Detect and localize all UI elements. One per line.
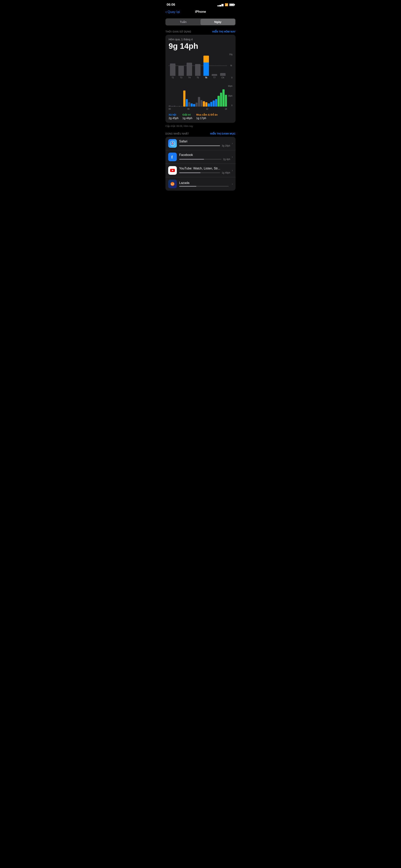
svg-text:f: f [171, 155, 173, 159]
app-info-youtube: YouTube: Watch, Listen, Str... 1g 48ph [179, 167, 230, 174]
weekly-bars-container: T2 T3 T4 T5 [169, 53, 227, 79]
segment-control: Tuần Ngày [165, 19, 236, 26]
battery-icon [229, 3, 234, 6]
back-chevron-icon: ‹ [165, 9, 167, 14]
bar-label-t5: T5 [197, 76, 199, 79]
hourly-x-00: 00 [169, 108, 171, 110]
legend-entertainment: Giải trí 1g 48ph [182, 113, 193, 120]
app-info-facebook: Facebook 2g 4ph [179, 153, 230, 161]
usage-section-label: THỜI GIAN SỬ DỤNG [165, 30, 191, 33]
bar-label-t4: T4 [188, 76, 191, 79]
segment-day[interactable]: Ngày [201, 19, 235, 25]
app-row-facebook[interactable]: f Facebook 2g 4ph › [165, 150, 236, 164]
legend-social: Xã hội 2g 45ph [169, 113, 178, 120]
app-name-youtube: YouTube: Watch, Listen, Str... [179, 167, 230, 170]
weekly-chart: tb T2 T3 T4 [169, 53, 232, 83]
bar-t6: T6 [202, 53, 210, 79]
legend-entertainment-value: 1g 48ph [182, 117, 193, 120]
app-chevron-safari: › [232, 142, 233, 145]
legend-entertainment-label: Giải trí [182, 113, 193, 116]
hourly-x-labels: 00 06 12 18 [169, 108, 227, 110]
signal-icon: ▂▄▆ [218, 3, 224, 6]
app-info-safari: Safari 3g 28ph [179, 140, 230, 147]
svg-text:LZ: LZ [171, 183, 174, 186]
app-bar-fill-safari [179, 145, 220, 146]
page-title: iPhone [195, 10, 206, 14]
back-label: Quay lại [168, 10, 180, 14]
bar-label-cn: CN [222, 76, 224, 79]
app-bar-lazada [179, 186, 230, 187]
legend-shopping-value: 1g 17ph [196, 117, 218, 120]
most-used-action[interactable]: HIỂN THỊ DANH MỤC [210, 132, 236, 135]
status-icons: ▂▄▆ 📶 [218, 3, 234, 6]
hourly-y-30: 30ph [228, 95, 232, 97]
app-name-safari: Safari [179, 140, 230, 143]
legend-social-label: Xã hội [169, 113, 178, 116]
bar-t5: T5 [194, 53, 202, 79]
legend-shopping: Mua sắm & Đồ ăn 1g 17ph [196, 113, 218, 120]
hourly-y-labels: 60ph 30ph 0 [228, 85, 232, 106]
chart-card: Hôm qua, 1 tháng 4 9g 14ph tb T2 T3 [165, 35, 236, 123]
most-used-section-header: DÙNG NHIỀU NHẤT HIỂN THỊ DANH MỤC [162, 131, 239, 137]
app-bar-facebook: 2g 4ph [179, 158, 230, 161]
app-time-safari: 3g 28ph [222, 144, 230, 147]
app-row-youtube[interactable]: YouTube: Watch, Listen, Str... 1g 48ph › [165, 164, 236, 177]
most-used-label: DÙNG NHIỀU NHẤT [165, 132, 189, 135]
app-row-safari[interactable]: Safari 3g 28ph › [165, 137, 236, 150]
app-bar-bg-youtube [179, 173, 220, 173]
app-chevron-lazada: › [232, 182, 233, 186]
app-bar-youtube: 1g 48ph [179, 172, 230, 174]
bar-label-t6: T6 [205, 76, 207, 79]
bar-t3: T3 [177, 53, 186, 79]
app-time-facebook: 2g 4ph [223, 158, 230, 161]
app-bar-bg-facebook [179, 159, 222, 160]
app-bar-fill-facebook [179, 159, 204, 160]
app-icon-lazada: LZ [168, 180, 177, 188]
app-time-youtube: 1g 48ph [222, 172, 230, 174]
app-icon-safari [168, 139, 177, 148]
segment-week[interactable]: Tuần [166, 19, 201, 25]
bar-t2: T2 [169, 53, 177, 79]
usage-section-header: THỜI GIAN SỬ DỤNG HIỂN THỊ HÔM NAY [162, 29, 239, 35]
hourly-y-0: 0 [231, 104, 232, 106]
legend-social-value: 2g 45ph [169, 117, 178, 120]
app-bar-bg-lazada [179, 186, 229, 187]
app-bar-bg-safari [179, 145, 220, 146]
app-bar-fill-youtube [179, 173, 201, 173]
app-row-lazada[interactable]: LZ Lazada › [165, 177, 236, 191]
status-bar: 06:06 ▂▄▆ 📶 [162, 0, 239, 8]
app-list: Safari 3g 28ph › f Facebook 2g 4ph [165, 137, 236, 191]
usage-section-action[interactable]: HIỂN THỊ HÔM NAY [212, 30, 236, 33]
bar-label-t2: T2 [171, 76, 174, 79]
wifi-icon: 📶 [225, 3, 228, 6]
app-name-facebook: Facebook [179, 153, 230, 157]
bar-t7: T7 [210, 53, 219, 79]
app-bar-safari: 3g 28ph [179, 144, 230, 147]
header: ‹ Quay lại iPhone [162, 8, 239, 17]
y-label-0: 0 [231, 76, 232, 79]
hourly-chart: 60ph 30ph 0 [169, 85, 232, 111]
y-label-10g: 10g [229, 53, 232, 56]
segment-wrapper: Tuần Ngày [162, 17, 239, 29]
chart-total: 9g 14ph [169, 42, 232, 51]
app-chevron-youtube: › [232, 169, 233, 172]
hourly-bars-container [169, 85, 227, 106]
app-info-lazada: Lazada [179, 181, 230, 187]
hourly-y-60: 60ph [228, 85, 232, 87]
chart-date: Hôm qua, 1 tháng 4 [169, 38, 232, 41]
status-time: 06:06 [167, 3, 175, 7]
update-text: Cập nhật: 06:06, Hôm nay [162, 123, 239, 131]
legend-shopping-label: Mua sắm & Đồ ăn [196, 113, 218, 116]
weekly-y-labels: 10g 0 [229, 53, 232, 79]
app-bar-fill-lazada [179, 186, 196, 187]
app-icon-youtube [168, 166, 177, 175]
hourly-x-06: 06 [188, 108, 190, 110]
hourly-x-12: 12 [206, 108, 208, 110]
bar-cn: CN [219, 53, 227, 79]
hourly-x-18: 18 [225, 108, 227, 110]
app-chevron-facebook: › [232, 155, 233, 159]
bar-label-t7: T7 [213, 76, 215, 79]
bar-label-t3: T3 [180, 76, 182, 79]
app-icon-facebook: f [168, 153, 177, 161]
back-button[interactable]: ‹ Quay lại [165, 9, 180, 14]
